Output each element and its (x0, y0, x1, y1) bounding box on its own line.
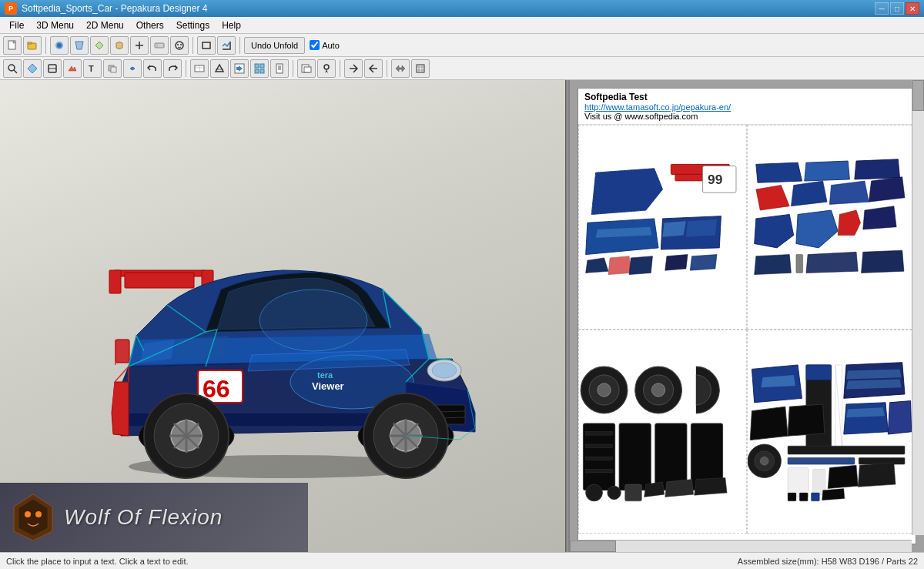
horizontal-scrollbar[interactable] (570, 540, 912, 552)
tb-btn-11[interactable] (217, 36, 236, 55)
tb2-btn-7[interactable] (123, 59, 142, 78)
svg-rect-106 (806, 364, 832, 380)
svg-rect-114 (859, 457, 905, 464)
svg-rect-31 (255, 69, 259, 73)
tb2-redo[interactable] (163, 59, 182, 78)
tb2-btn-6[interactable] (103, 59, 122, 78)
paper-cell-4[interactable] (747, 330, 916, 534)
tb-btn-6[interactable] (110, 36, 129, 55)
svg-rect-99 (586, 444, 613, 447)
svg-point-5 (57, 43, 62, 48)
tb2-btn-12[interactable] (230, 59, 249, 78)
svg-text:T: T (89, 64, 94, 73)
svg-rect-9 (155, 43, 164, 48)
svg-point-102 (586, 484, 603, 501)
main-content: 66 tera Viewer (0, 80, 924, 552)
tb2-btn-5[interactable]: T (83, 59, 102, 78)
maximize-button[interactable]: □ (890, 2, 904, 15)
svg-rect-87 (796, 255, 803, 273)
undo-unfold-button[interactable]: Undo Unfold (244, 37, 305, 54)
svg-text:tera: tera (317, 370, 333, 380)
3d-view[interactable]: 66 tera Viewer (0, 80, 565, 552)
tb-btn-4[interactable] (70, 36, 89, 55)
menu-3d[interactable]: 3D Menu (30, 18, 80, 32)
tb2-btn-11[interactable] (210, 59, 229, 78)
paper-area: Softpedia Test http://www.tamasoft.co.jp… (578, 88, 916, 544)
svg-point-82 (35, 511, 42, 517)
tb2-btn-1[interactable] (3, 59, 22, 78)
svg-rect-30 (260, 64, 264, 68)
svg-rect-33 (276, 64, 283, 73)
svg-point-39 (324, 65, 329, 69)
svg-point-90 (598, 383, 611, 396)
car-display: 66 tera Viewer (15, 95, 550, 537)
svg-rect-95 (619, 423, 651, 490)
svg-point-13 (180, 44, 182, 45)
tb-btn-8[interactable] (150, 36, 169, 55)
svg-rect-119 (811, 492, 819, 500)
scroll-thumb-h[interactable] (570, 541, 616, 552)
tb2-btn-19[interactable] (391, 59, 410, 78)
close-button[interactable]: ✕ (906, 2, 919, 15)
svg-point-61 (432, 363, 457, 378)
tb-btn-3[interactable] (50, 36, 69, 55)
tb2-btn-10[interactable] (190, 59, 209, 78)
svg-rect-104 (625, 484, 642, 501)
status-bar: Click the place to input a text. Click a… (0, 552, 924, 569)
svg-text:Viewer: Viewer (312, 380, 344, 392)
tb-btn-7[interactable] (130, 36, 149, 55)
auto-checkbox-label[interactable]: Auto (310, 40, 340, 50)
paper-url[interactable]: http://www.tamasoft.co.jp/pepakura-en/ (584, 102, 909, 112)
2d-panel[interactable]: Softpedia Test http://www.tamasoft.co.jp… (568, 80, 924, 552)
svg-point-111 (760, 457, 768, 465)
svg-rect-101 (586, 469, 613, 472)
svg-line-16 (14, 70, 17, 73)
paper-cell-1[interactable]: 99 (578, 125, 747, 330)
tb-btn-10[interactable] (197, 36, 216, 55)
window-title: Softpedia_Sports_Car - Pepakura Designer… (22, 3, 207, 14)
tb2-btn-4[interactable] (63, 59, 82, 78)
svg-point-103 (608, 486, 621, 499)
open-button[interactable] (23, 36, 42, 55)
svg-rect-22 (111, 67, 116, 72)
tb2-undo[interactable] (143, 59, 162, 78)
svg-rect-98 (586, 431, 613, 434)
svg-rect-100 (586, 457, 613, 460)
svg-text:99: 99 (708, 172, 723, 187)
tb2-btn-14[interactable] (270, 59, 289, 78)
tb-btn-9[interactable] (170, 36, 189, 55)
tb2-btn-17[interactable] (344, 59, 363, 78)
tb2-btn-3[interactable] (43, 59, 62, 78)
svg-marker-17 (28, 64, 37, 73)
tb2-btn-15[interactable] (297, 59, 316, 78)
tb2-btn-20[interactable] (411, 59, 430, 78)
tb2-btn-16[interactable] (317, 59, 336, 78)
menu-others[interactable]: Others (130, 18, 170, 32)
svg-rect-113 (788, 457, 855, 464)
svg-marker-26 (216, 65, 223, 72)
paper-cell-3[interactable] (578, 330, 747, 534)
watermark: Wolf Of Flexion (0, 483, 308, 552)
tb2-btn-2[interactable] (23, 59, 42, 78)
paper-cell-2[interactable] (747, 125, 916, 330)
auto-label: Auto (322, 41, 340, 50)
auto-checkbox[interactable] (310, 40, 320, 50)
svg-point-81 (25, 511, 31, 517)
scroll-thumb-v[interactable] (912, 80, 924, 111)
svg-rect-14 (203, 42, 210, 49)
menu-help[interactable]: Help (216, 18, 247, 32)
menu-settings[interactable]: Settings (170, 18, 216, 32)
tb2-btn-18[interactable] (364, 59, 383, 78)
paper-title: Softpedia Test (584, 92, 909, 102)
svg-rect-115 (788, 467, 808, 497)
tb-btn-5[interactable] (90, 36, 109, 55)
minimize-button[interactable]: ─ (875, 2, 889, 15)
svg-rect-112 (788, 446, 905, 454)
new-button[interactable] (3, 36, 22, 55)
menu-2d[interactable]: 2D Menu (80, 18, 130, 32)
menu-file[interactable]: File (3, 18, 30, 32)
tb2-btn-13[interactable] (250, 59, 269, 78)
svg-marker-6 (75, 42, 83, 49)
paper-info: Softpedia Test http://www.tamasoft.co.jp… (578, 89, 916, 125)
vertical-scrollbar[interactable] (912, 80, 924, 535)
